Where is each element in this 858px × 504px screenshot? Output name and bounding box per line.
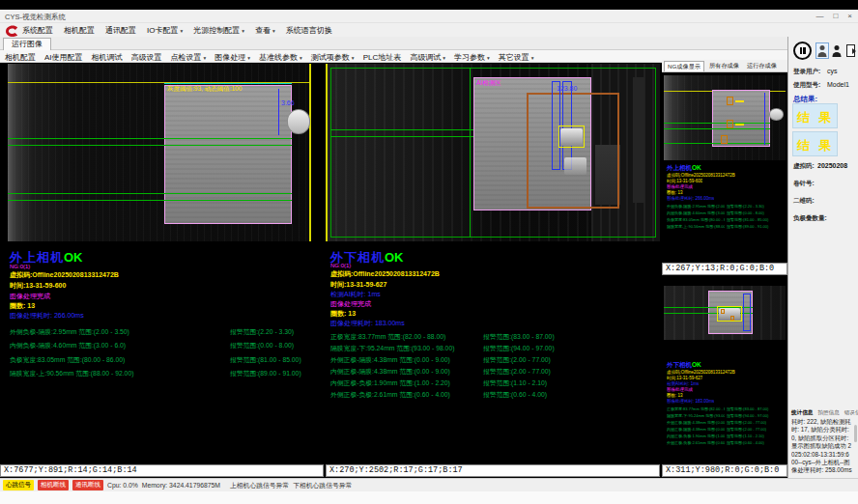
cpu-usage: Cpu: 0.0% [107,482,138,489]
menu-bar: 系统配置 相机配置 通讯配置 IO卡配置▾ 光源控制配置▾ 查看▾ 系统语言切换 [0,23,858,37]
menu-io-config[interactable]: IO卡配置▾ [147,25,183,36]
alarm-range: 报警范围:(2.00 - 77.00) [727,420,783,425]
warning-lower-camera: 下相机心跳信号异常 [293,481,352,490]
minimize-button[interactable]: — [815,12,823,20]
alarm-range: 报警范围:(2.00 - 77.00) [483,367,551,377]
close-button[interactable]: × [847,12,852,20]
alarm-range: 报警范围:(83.00 - 87.00) [727,406,783,411]
preview-tab-all[interactable]: 所有存成像 [706,61,742,71]
tab-run-image[interactable]: 运行图像 [3,38,51,50]
menu-light-config[interactable]: 光源控制配置▾ [193,25,244,36]
coord-readout-lower: X:270;Y:2502;R:17;G:17;B:17 [326,464,660,477]
ai-time: 检测AI耗时: 1ms [330,290,381,299]
status-bar: 心跳信号 相机断线 通讯断线 Cpu: 0.0% Memory: 3424.41… [0,478,858,491]
barcode-line: 虚拟码:Offline2025020813312472B [667,173,735,178]
measure-value-label: 123.80 [557,85,577,92]
preview-tab-strip: NG成像显示 所有存成像 运行存成像 [662,60,787,72]
measure-row: 外侧正极-隔膜:4.38mm 范围:(0.00 - 9.00) [667,420,725,425]
turns-count: 圈数: 13 [330,309,356,319]
chevron-down-icon: ▾ [531,55,534,61]
preview-tab-ng[interactable]: NG成像显示 [664,61,704,71]
overlay-green-hline [664,128,770,129]
alarm-range: 报警范围:(0.60 - 4.00) [483,390,547,400]
info-tab-stats[interactable]: 统计信息 [791,409,813,417]
right-sidebar: 登录用户: cys 使用型号: Model1 总结果: 结 果 结 果 虚拟码:… [787,37,858,478]
preview-tab-run[interactable]: 运行存成像 [744,61,780,71]
menu-system-config[interactable]: 系统配置 [22,25,53,36]
alarm-range: 报警范围:(2.20 - 3.30) [727,204,783,209]
tool-advanced-debug[interactable]: 高级调试▾ [410,52,445,63]
qr-label: 二维码: [793,197,815,206]
overlay-blue-measure-line [764,93,765,145]
alarm-range: 报警范围:(89.00 - 91.00) [727,224,783,229]
overlay-green-hline [8,193,292,194]
tool-advanced-settings[interactable]: 高级设置 [131,52,162,63]
measure-row: 内侧正极-隔膜:4.38mm 范围:(0.00 - 9.00) [667,427,725,432]
stats-log-text: 耗时: 222, 缺陷检测耗时: 17, 缺陷分类耗时: 0, 缺陷抓取分区耗时… [791,418,852,476]
process-time: 图像处理耗时: 266.00ms [10,311,84,321]
tool-image-process[interactable]: 图像处理▾ [214,52,250,63]
exit-button[interactable] [844,42,858,59]
heartbeat-badge: 心跳信号 [3,480,34,490]
measure-value-label: 3.66 [281,99,295,106]
tab-strip: 运行图像 [0,37,787,50]
stats-scrollbar[interactable] [854,425,857,442]
measure-row: 隔膜宽度-上:90.56mm 范围:(88.00 - 92.00) [10,369,133,378]
menu-comm-config[interactable]: 通讯配置 [105,25,136,36]
user-manage-button[interactable] [831,43,843,58]
tool-camera-config[interactable]: 相机配置 [5,52,36,63]
measure-row: 负极宽度:83.05mm 范围:(80.00 - 86.00) [10,355,125,365]
login-user-button[interactable] [815,42,829,59]
tool-baseline-params[interactable]: 基准线参数▾ [259,52,302,63]
overlay-blue-rect [743,294,751,331]
info-tab-capture[interactable]: 拍照信息 [817,409,839,417]
ok-status: OK [64,250,83,265]
ok-status: OK [385,250,404,265]
pause-button[interactable] [793,42,812,60]
alarm-range: 报警范围:(1.10 - 2.10) [727,434,783,438]
tool-other-settings[interactable]: 其它设置▾ [499,52,534,63]
chevron-down-icon: ▾ [487,55,490,61]
detected-feature [564,157,586,175]
overlay-yellow-vline [326,64,328,241]
menu-camera-config[interactable]: 相机配置 [64,25,95,36]
app-window: CYS-视觉检测系统 — □ × 系统配置 相机配置 通讯配置 IO卡配置▾ 光… [0,0,858,504]
title-bar: CYS-视觉检测系统 — □ × [0,10,858,23]
menu-language-switch[interactable]: 系统语言切换 [286,25,332,36]
measure-row: 内侧正极-负极:1.90mm 范围:(1.00 - 2.20) [330,378,450,388]
chevron-down-icon: ▾ [180,28,183,34]
turns-count: 圈数: 13 [10,301,35,311]
info-tab-error[interactable]: 错误信息 [844,409,858,417]
alarm-range: 报警范围:(1.10 - 2.10) [483,378,547,388]
roi-material-block [164,85,292,224]
measure-row: 外侧负极-隔膜:2.95mm 范围:(2.00 - 3.50) [10,327,129,337]
maximize-button[interactable]: □ [833,12,838,20]
tool-test-params[interactable]: 测试项参数▾ [311,52,355,63]
time-line: 时间:13-31-59-627 [667,376,702,380]
tool-camera-debug[interactable]: 相机调试 [92,52,123,63]
turns-count: 圈数: 13 [667,393,683,398]
coord-readout-upper: X:7677;Y:891;R:14;G:14;B:14 [0,464,324,477]
ng-count: NG:0(1) [330,263,351,268]
tool-spot-check[interactable]: 点检设置▾ [171,52,207,63]
barcode-line: 虚拟码:Offline2025020813312472B [667,370,735,375]
pin-label: 卷针号: [793,180,815,188]
process-time: 图像处理耗时: 183.00ms [667,399,714,404]
result-box-upper: 结 果 [792,103,838,128]
measure-row: 正极宽度:83.77mm 范围:(82.00 - 88.00) [330,332,445,342]
time-line: 时间:13-31-59-627 [330,280,386,290]
chevron-down-icon: ▾ [443,55,445,61]
alarm-range: 报警范围:(2.20 - 3.30) [230,327,294,337]
measure-row: 正极宽度:83.77mm 范围:(82.00 - 88.00) [667,406,725,411]
alarm-range: 报警范围:(83.00 - 87.00) [483,332,555,342]
exit-door-icon [846,44,855,57]
tool-plc-address[interactable]: PLC地址表 [363,52,402,63]
overlay-green-vline [470,68,471,238]
tool-learning-params[interactable]: 学习参数▾ [454,52,490,63]
defect-box [727,120,733,128]
measure-row: 外侧正极-负极:2.61mm 范围:(0.60 - 4.00) [667,440,725,445]
menu-view[interactable]: 查看▾ [255,25,275,36]
tool-ai-config[interactable]: AI使用配置 [44,52,83,63]
alarm-range: 报警范围:(0.00 - 8.00) [727,210,783,215]
chevron-down-icon: ▾ [204,55,207,61]
